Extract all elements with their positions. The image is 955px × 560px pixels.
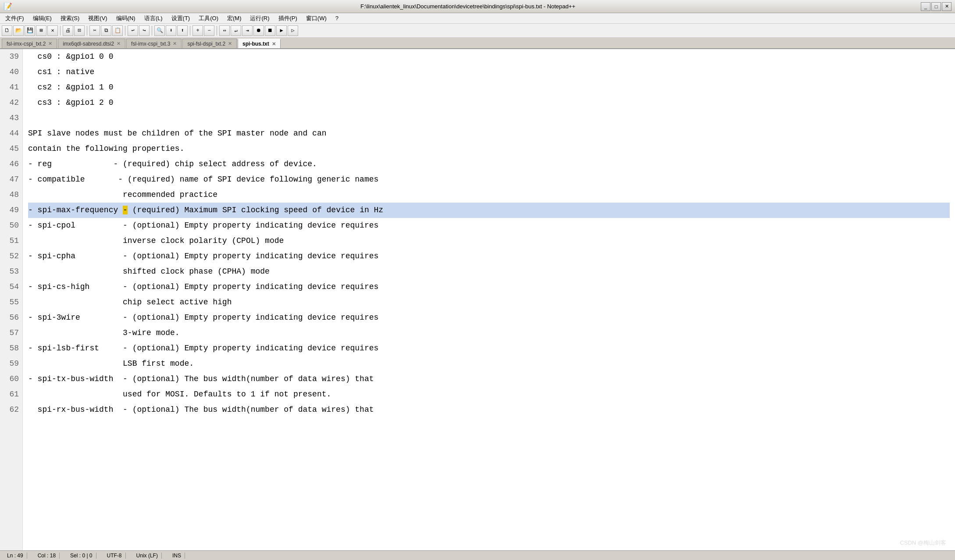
tab-2-label: fsl-imx-cspi_txt.3 <box>131 41 170 47</box>
tab-4[interactable]: spi-bus.txt ✕ <box>238 39 281 48</box>
tab-0[interactable]: fsl-imx-cspi_txt.2 ✕ <box>2 39 57 48</box>
close-button[interactable]: ✕ <box>942 2 951 11</box>
tab-3-close[interactable]: ✕ <box>228 41 232 46</box>
code-line-46[interactable]: - reg - (required) chip select address o… <box>28 157 950 172</box>
line-number-62: 62 <box>4 402 19 417</box>
run-button[interactable]: ▷ <box>288 25 298 36</box>
line-number-58: 58 <box>4 341 19 356</box>
menu-file[interactable]: 文件(F) <box>2 14 28 23</box>
code-line-62[interactable]: spi-rx-bus-width - (optional) The bus wi… <box>28 402 950 417</box>
tab-0-close[interactable]: ✕ <box>48 41 52 46</box>
sep1 <box>60 26 61 36</box>
code-line-41[interactable]: cs2 : &gpio1 1 0 <box>28 80 950 95</box>
menu-plugins[interactable]: 插件(P) <box>275 14 301 23</box>
print-preview-button[interactable]: ⊡ <box>74 25 85 36</box>
tab-1-close[interactable]: ✕ <box>117 41 121 46</box>
line-number-55: 55 <box>4 295 19 310</box>
sep3 <box>125 26 125 36</box>
save-button[interactable]: 💾 <box>25 25 35 36</box>
code-line-44[interactable]: SPI slave nodes must be children of the … <box>28 126 950 141</box>
code-line-54[interactable]: - spi-cs-high - (optional) Empty propert… <box>28 279 950 295</box>
tab-1-label: imx6qdl-sabresd.dtsi2 <box>63 41 114 47</box>
line-number-50: 50 <box>4 218 19 233</box>
tab-2[interactable]: fsl-imx-cspi_txt.3 ✕ <box>126 39 182 48</box>
line-number-41: 41 <box>4 80 19 95</box>
code-line-53[interactable]: shifted clock phase (CPHA) mode <box>28 264 950 279</box>
code-line-60[interactable]: - spi-tx-bus-width - (optional) The bus … <box>28 371 950 387</box>
zoom-in-button[interactable]: + <box>192 25 203 36</box>
menu-view[interactable]: 视图(V) <box>85 14 110 23</box>
status-line: Ln : 49 <box>4 553 27 559</box>
minimize-button[interactable]: _ <box>921 2 930 11</box>
code-line-43[interactable] <box>28 111 950 126</box>
find-prev-button[interactable]: ⬆ <box>177 25 188 36</box>
word-wrap-button[interactable]: ↵ <box>231 25 241 36</box>
find-next-button[interactable]: ⬇ <box>166 25 176 36</box>
menu-help[interactable]: ? <box>332 14 342 22</box>
maximize-button[interactable]: □ <box>931 2 941 11</box>
sync-scroll-button[interactable]: ⇔ <box>219 25 230 36</box>
code-line-59[interactable]: LSB first mode. <box>28 356 950 371</box>
code-line-55[interactable]: chip select active high <box>28 295 950 310</box>
macro-stop-button[interactable]: ⏹ <box>265 25 275 36</box>
close-button-tb[interactable]: ✕ <box>47 25 58 36</box>
print-button[interactable]: 🖨 <box>63 25 73 36</box>
indent-button[interactable]: ⇥ <box>242 25 253 36</box>
editor-area[interactable]: 3940414243444546474849505152535455565758… <box>0 49 955 550</box>
line-number-61: 61 <box>4 387 19 402</box>
menu-tools[interactable]: 工具(O) <box>195 14 222 23</box>
tab-3[interactable]: spi-fsl-dspi_txt.2 ✕ <box>182 39 237 48</box>
code-line-49[interactable]: - spi-max-frequency - (required) Maximum… <box>28 203 950 218</box>
menu-search[interactable]: 搜索(S) <box>57 14 83 23</box>
cut-button[interactable]: ✂ <box>89 25 100 36</box>
tab-bar: fsl-imx-cspi_txt.2 ✕ imx6qdl-sabresd.dts… <box>0 38 955 49</box>
code-line-40[interactable]: cs1 : native <box>28 64 950 80</box>
tab-4-label: spi-bus.txt <box>242 41 269 47</box>
line-number-44: 44 <box>4 126 19 141</box>
code-line-58[interactable]: - spi-lsb-first - (optional) Empty prope… <box>28 341 950 356</box>
tab-1[interactable]: imx6qdl-sabresd.dtsi2 ✕ <box>58 39 125 48</box>
menu-encoding[interactable]: 编码(N) <box>113 14 139 23</box>
save-all-button[interactable]: ⊞ <box>36 25 46 36</box>
menu-edit[interactable]: 编辑(E) <box>29 14 55 23</box>
paste-button[interactable]: 📋 <box>112 25 123 36</box>
code-line-39[interactable]: cs0 : &gpio1 0 0 <box>28 49 950 64</box>
code-line-61[interactable]: used for MOSI. Defaults to 1 if not pres… <box>28 387 950 402</box>
code-line-42[interactable]: cs3 : &gpio1 2 0 <box>28 95 950 111</box>
menu-run[interactable]: 运行(R) <box>246 14 273 23</box>
line-number-59: 59 <box>4 356 19 371</box>
line-number-56: 56 <box>4 310 19 325</box>
menu-macro[interactable]: 宏(M) <box>224 14 245 23</box>
undo-button[interactable]: ↩ <box>128 25 138 36</box>
code-line-45[interactable]: contain the following properties. <box>28 141 950 157</box>
code-line-57[interactable]: 3-wire mode. <box>28 325 950 341</box>
code-line-47[interactable]: - compatible - (required) name of SPI de… <box>28 172 950 187</box>
line-number-60: 60 <box>4 371 19 387</box>
zoom-out-button[interactable]: − <box>204 25 214 36</box>
line-number-52: 52 <box>4 249 19 264</box>
line-number-43: 43 <box>4 111 19 126</box>
line-number-51: 51 <box>4 233 19 249</box>
tab-4-close[interactable]: ✕ <box>272 41 276 47</box>
redo-button[interactable]: ↪ <box>139 25 150 36</box>
find-button[interactable]: 🔍 <box>154 25 165 36</box>
code-line-48[interactable]: recommended practice <box>28 187 950 203</box>
macro-play-button[interactable]: ▶ <box>276 25 287 36</box>
code-line-51[interactable]: inverse clock polarity (CPOL) mode <box>28 233 950 249</box>
menu-language[interactable]: 语言(L) <box>141 14 166 23</box>
sep6 <box>217 26 217 36</box>
copy-button[interactable]: ⧉ <box>101 25 111 36</box>
code-content[interactable]: cs0 : &gpio1 0 0 cs1 : native cs2 : &gpi… <box>23 49 955 550</box>
macro-record-button[interactable]: ⏺ <box>253 25 264 36</box>
new-button[interactable]: 🗋 <box>2 25 12 36</box>
line-number-46: 46 <box>4 157 19 172</box>
line-number-53: 53 <box>4 264 19 279</box>
tab-2-close[interactable]: ✕ <box>173 41 177 46</box>
menu-window[interactable]: 窗口(W) <box>303 14 330 23</box>
line-number-48: 48 <box>4 187 19 203</box>
menu-settings[interactable]: 设置(T) <box>168 14 194 23</box>
code-line-52[interactable]: - spi-cpha - (optional) Empty property i… <box>28 249 950 264</box>
code-line-56[interactable]: - spi-3wire - (optional) Empty property … <box>28 310 950 325</box>
code-line-50[interactable]: - spi-cpol - (optional) Empty property i… <box>28 218 950 233</box>
open-button[interactable]: 📂 <box>13 25 24 36</box>
